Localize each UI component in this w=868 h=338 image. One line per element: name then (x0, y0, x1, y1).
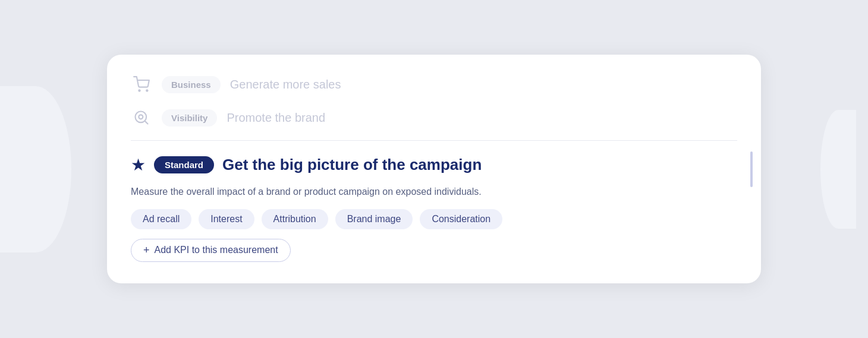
svg-point-1 (146, 90, 147, 91)
main-section: ★ Standard Get the big picture of the ca… (131, 155, 737, 262)
visibility-label: Promote the brand (227, 111, 325, 125)
star-icon: ★ (131, 155, 146, 175)
kpi-row: Ad recall Interest Attribution Brand ima… (131, 209, 737, 229)
business-row: Business Generate more sales (131, 74, 737, 95)
standard-badge: Standard (154, 156, 214, 173)
divider (131, 140, 737, 141)
add-kpi-row: + Add KPI to this measurement (131, 239, 737, 262)
business-badge: Business (162, 76, 221, 93)
scroll-hint (750, 151, 753, 187)
kpi-tag-interest[interactable]: Interest (199, 209, 254, 229)
kpi-tag-ad-recall[interactable]: Ad recall (131, 209, 191, 229)
cart-icon (131, 74, 152, 95)
kpi-tag-brand-image[interactable]: Brand image (335, 209, 413, 229)
add-kpi-button[interactable]: + Add KPI to this measurement (131, 239, 291, 262)
blob-right (820, 110, 856, 229)
add-kpi-label: Add KPI to this measurement (155, 245, 278, 255)
blob-left (0, 86, 71, 252)
visibility-row: Visibility Promote the brand (131, 107, 737, 128)
business-label: Generate more sales (230, 78, 341, 91)
main-header: ★ Standard Get the big picture of the ca… (131, 155, 737, 175)
visibility-icon (131, 107, 152, 128)
page-wrapper: Business Generate more sales Visibility … (0, 0, 868, 338)
main-title: Get the big picture of the campaign (222, 156, 482, 174)
svg-line-4 (144, 121, 147, 124)
svg-point-0 (139, 90, 140, 91)
main-card: Business Generate more sales Visibility … (107, 55, 761, 283)
plus-icon: + (143, 244, 150, 257)
main-description: Measure the overall impact of a brand or… (131, 184, 618, 200)
kpi-tag-attribution[interactable]: Attribution (262, 209, 328, 229)
svg-point-3 (139, 115, 143, 119)
kpi-tag-consideration[interactable]: Consideration (420, 209, 502, 229)
visibility-badge: Visibility (162, 109, 217, 127)
